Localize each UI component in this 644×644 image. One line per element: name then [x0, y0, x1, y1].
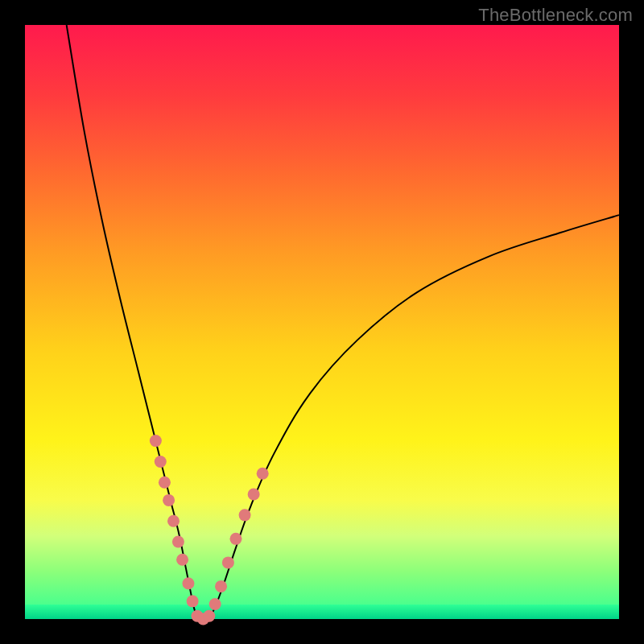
marker-dot	[248, 489, 260, 501]
marker-dot	[215, 580, 227, 592]
marker-dot	[222, 556, 234, 568]
marker-dot	[172, 536, 184, 548]
marker-dot	[155, 456, 167, 468]
marker-dot	[203, 610, 215, 622]
marker-dot	[176, 554, 188, 566]
marker-dot	[209, 598, 221, 610]
marker-group	[150, 435, 269, 625]
marker-dot	[239, 509, 251, 521]
curve-left-branch	[67, 25, 197, 619]
chart-frame	[25, 25, 619, 619]
marker-dot	[159, 477, 171, 489]
marker-dot	[257, 468, 269, 480]
watermark-text: TheBottleneck.com	[478, 5, 633, 26]
bottleneck-curve-svg	[25, 25, 619, 619]
marker-dot	[182, 577, 194, 589]
marker-dot	[150, 435, 162, 447]
curve-right-branch	[209, 215, 619, 619]
marker-dot	[229, 533, 242, 545]
marker-dot	[167, 515, 180, 527]
marker-dot	[187, 595, 199, 607]
marker-dot	[163, 494, 175, 506]
